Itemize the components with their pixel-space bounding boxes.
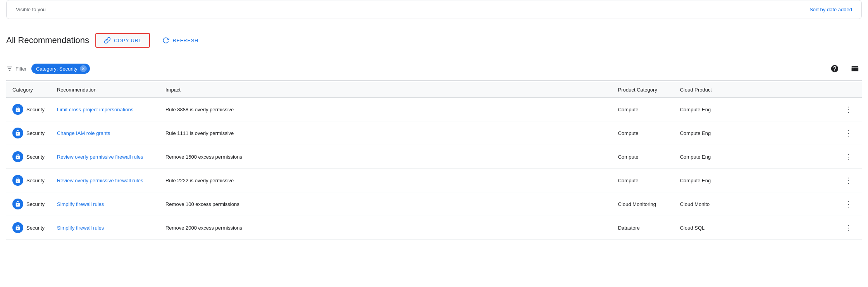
table-body: Security Limit cross-project impersonati… bbox=[6, 98, 862, 240]
chip-label: Category: Security bbox=[36, 66, 78, 72]
lock-icon bbox=[15, 201, 21, 207]
help-button[interactable] bbox=[828, 62, 842, 76]
category-label: Security bbox=[26, 107, 45, 112]
product-category-cell: Compute bbox=[612, 145, 674, 169]
lock-icon bbox=[15, 106, 21, 112]
columns-icon bbox=[851, 64, 859, 73]
col-product-category: Product Category bbox=[612, 82, 674, 98]
recommendation-link[interactable]: Limit cross-project impersonations bbox=[57, 107, 133, 112]
svg-rect-5 bbox=[856, 67, 858, 71]
col-actions bbox=[728, 82, 862, 98]
refresh-label: REFRESH bbox=[172, 38, 198, 43]
lock-icon bbox=[15, 225, 21, 231]
recommendations-table: Category Recommendation Impact Product C… bbox=[6, 82, 862, 240]
copy-url-button[interactable]: COPY URL bbox=[95, 33, 150, 48]
actions-cell: ⋮ bbox=[728, 169, 862, 192]
svg-rect-4 bbox=[854, 67, 856, 71]
impact-cell: Remove 2000 excess permissions bbox=[159, 216, 612, 240]
table-row: Security Simplify firewall rulesRemove 1… bbox=[6, 192, 862, 216]
impact-cell: Remove 1500 excess permissions bbox=[159, 145, 612, 169]
svg-rect-3 bbox=[852, 67, 854, 71]
recommendation-link[interactable]: Simplify firewall rules bbox=[57, 201, 104, 207]
actions-cell: ⋮ bbox=[728, 145, 862, 169]
table-row: Security Review overly permissive firewa… bbox=[6, 169, 862, 192]
security-icon bbox=[12, 104, 23, 115]
col-category: Category bbox=[6, 82, 51, 98]
cloud-product-cell: Compute Eng bbox=[674, 145, 728, 169]
category-label: Security bbox=[26, 154, 45, 160]
category-label: Security bbox=[26, 178, 45, 183]
security-icon bbox=[12, 222, 23, 233]
more-options-button[interactable]: ⋮ bbox=[842, 198, 856, 210]
category-label: Security bbox=[26, 225, 45, 231]
actions-cell: ⋮ bbox=[728, 216, 862, 240]
recommendation-cell: Review overly permissive firewall rules bbox=[51, 169, 159, 192]
more-options-button[interactable]: ⋮ bbox=[842, 127, 856, 139]
actions-cell: ⋮ bbox=[728, 121, 862, 145]
lock-icon bbox=[15, 154, 21, 160]
sort-by-date-link[interactable]: Sort by date added bbox=[809, 7, 852, 12]
product-category-cell: Compute bbox=[612, 121, 674, 145]
product-category-cell: Datastore bbox=[612, 216, 674, 240]
refresh-button[interactable]: REFRESH bbox=[156, 34, 205, 47]
cloud-product-cell: Cloud SQL bbox=[674, 216, 728, 240]
table-row: Security Limit cross-project impersonati… bbox=[6, 98, 862, 121]
impact-cell: Remove 100 excess permissions bbox=[159, 192, 612, 216]
visible-to-you-label: Visible to you bbox=[16, 7, 46, 12]
page-title: All Recommendations bbox=[6, 35, 89, 45]
filter-label-container: Filter bbox=[6, 65, 27, 72]
impact-cell: Rule 2222 is overly permissive bbox=[159, 169, 612, 192]
refresh-icon bbox=[162, 37, 169, 44]
col-recommendation: Recommendation bbox=[51, 82, 159, 98]
filter-bar: Filter Category: Security ✕ bbox=[6, 62, 862, 81]
filter-bar-right bbox=[828, 62, 862, 76]
filter-text: Filter bbox=[16, 66, 27, 72]
category-cell: Security bbox=[6, 216, 51, 240]
impact-cell: Rule 1111 is overly permissive bbox=[159, 121, 612, 145]
category-cell: Security bbox=[6, 192, 51, 216]
table-row: Security Change IAM role grantsRule 1111… bbox=[6, 121, 862, 145]
lock-icon bbox=[15, 177, 21, 183]
security-icon bbox=[12, 199, 23, 209]
recommendation-link[interactable]: Simplify firewall rules bbox=[57, 225, 104, 231]
header-row: Category Recommendation Impact Product C… bbox=[6, 82, 862, 98]
recommendation-link[interactable]: Change IAM role grants bbox=[57, 130, 110, 136]
cloud-product-cell: Compute Eng bbox=[674, 169, 728, 192]
impact-cell: Rule 8888 is overly permissive bbox=[159, 98, 612, 121]
cloud-product-cell: Compute Eng bbox=[674, 121, 728, 145]
recommendation-cell: Simplify firewall rules bbox=[51, 216, 159, 240]
category-cell: Security bbox=[6, 98, 51, 121]
top-bar: Visible to you Sort by date added bbox=[6, 0, 862, 19]
cloud-product-cell: Compute Eng bbox=[674, 98, 728, 121]
security-icon bbox=[12, 151, 23, 162]
security-icon bbox=[12, 175, 23, 186]
more-options-button[interactable]: ⋮ bbox=[842, 221, 856, 234]
recommendation-link[interactable]: Review overly permissive firewall rules bbox=[57, 154, 143, 160]
more-options-button[interactable]: ⋮ bbox=[842, 174, 856, 187]
columns-button[interactable] bbox=[848, 62, 862, 76]
cloud-product-cell: Cloud Monito bbox=[674, 192, 728, 216]
product-category-cell: Compute bbox=[612, 169, 674, 192]
lock-icon bbox=[15, 130, 21, 136]
category-cell: Security bbox=[6, 169, 51, 192]
recommendation-cell: Simplify firewall rules bbox=[51, 192, 159, 216]
category-label: Security bbox=[26, 130, 45, 136]
product-category-cell: Cloud Monitoring bbox=[612, 192, 674, 216]
recommendations-header: All Recommendations COPY URL REFRESH bbox=[6, 25, 862, 54]
main-content: All Recommendations COPY URL REFRESH Fil bbox=[0, 25, 868, 240]
security-icon bbox=[12, 128, 23, 138]
actions-cell: ⋮ bbox=[728, 98, 862, 121]
recommendation-cell: Review overly permissive firewall rules bbox=[51, 145, 159, 169]
help-icon bbox=[830, 64, 839, 73]
link-icon bbox=[104, 37, 111, 44]
product-category-cell: Compute bbox=[612, 98, 674, 121]
more-options-button[interactable]: ⋮ bbox=[842, 150, 856, 163]
filter-icon bbox=[6, 65, 13, 72]
category-security-chip[interactable]: Category: Security ✕ bbox=[31, 64, 90, 74]
table-header: Category Recommendation Impact Product C… bbox=[6, 82, 862, 98]
chip-close-button[interactable]: ✕ bbox=[80, 65, 87, 72]
category-cell: Security bbox=[6, 145, 51, 169]
more-options-button[interactable]: ⋮ bbox=[842, 103, 856, 116]
category-label: Security bbox=[26, 201, 45, 207]
recommendation-link[interactable]: Review overly permissive firewall rules bbox=[57, 178, 143, 183]
